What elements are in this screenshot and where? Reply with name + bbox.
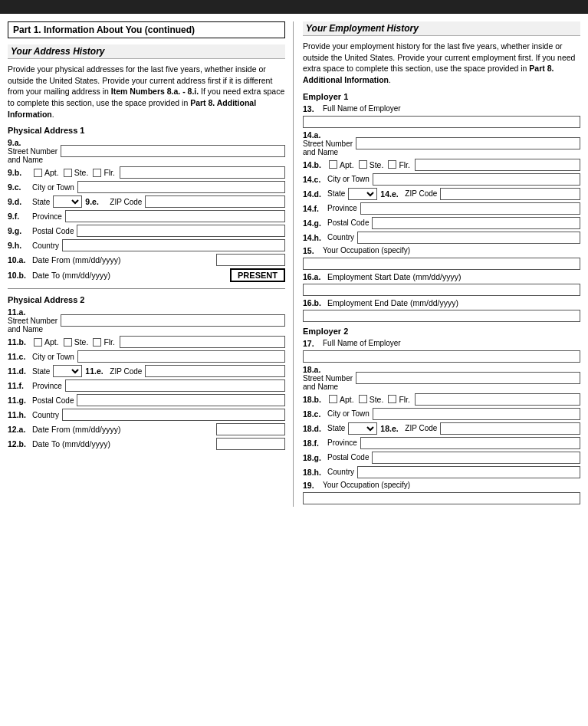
18b-flr-checkbox[interactable] — [388, 395, 396, 403]
field-11c-input[interactable] — [77, 350, 285, 363]
field-14b-apt-input[interactable] — [415, 159, 580, 171]
field-14h-input[interactable] — [357, 232, 580, 244]
field-14a-row: 14.a. Street Numberand Name — [303, 130, 580, 156]
14b-flr-checkbox[interactable] — [388, 160, 396, 169]
ste-checkbox-item: Ste. — [64, 168, 89, 177]
field-11g-input[interactable] — [77, 394, 285, 406]
field-9d-label: 9.d. — [8, 197, 29, 206]
field-11h-input[interactable] — [62, 409, 285, 421]
apt-checkbox[interactable] — [34, 169, 42, 177]
field-9a-input[interactable] — [61, 145, 285, 157]
field-18a-input[interactable] — [356, 372, 580, 384]
14b-ste-checkbox-item: Ste. — [359, 160, 384, 169]
field-9b-apt-input[interactable] — [120, 166, 285, 179]
field-9e-sublabel: ZIP Code — [110, 198, 142, 206]
field-18g-input[interactable] — [372, 452, 580, 464]
field-14f-input[interactable] — [360, 202, 580, 215]
field-12a-input[interactable] — [216, 423, 285, 435]
field-18a-label-stack: 18.a. Street Numberand Name — [303, 365, 353, 391]
field-11h-sublabel: Country — [32, 411, 59, 419]
field-14g-label: 14.g. — [303, 218, 324, 228]
apt-label: Apt. — [44, 168, 59, 177]
address-intro: Provide your physical addresses for the … — [8, 64, 285, 120]
field-16a-input[interactable] — [303, 284, 580, 296]
field-13-input[interactable] — [303, 116, 580, 128]
part-header-label: Part 1. Information About You — [13, 25, 142, 35]
11b-flr-checkbox-item: Flr. — [93, 337, 115, 347]
field-12b-input[interactable] — [216, 438, 285, 450]
field-9c-row: 9.c. City or Town — [8, 181, 285, 193]
field-19-sublabel: Your Occupation (specify) — [323, 481, 410, 489]
field-11f-sublabel: Province — [32, 382, 62, 390]
field-16b-input[interactable] — [303, 310, 580, 322]
field-9e-input[interactable] — [145, 195, 285, 208]
ste-label: Ste. — [74, 168, 89, 177]
flr-checkbox[interactable] — [93, 169, 101, 177]
field-18h-sublabel: Country — [327, 468, 354, 476]
field-17-input[interactable] — [303, 350, 580, 363]
field-18d-state-select[interactable] — [348, 422, 377, 435]
field-18h-input[interactable] — [357, 466, 580, 478]
14b-apt-checkbox[interactable] — [329, 160, 337, 169]
field-18a-row: 18.a. Street Numberand Name — [303, 365, 580, 391]
18b-apt-checkbox-item: Apt. — [329, 395, 354, 404]
field-9d-state-select[interactable] — [53, 195, 82, 208]
field-16b-row: 16.b. Employment End Date (mm/dd/yyyy) — [303, 298, 580, 307]
field-11b-label: 11.b. — [8, 337, 29, 347]
field-14c-input[interactable] — [373, 173, 580, 186]
18b-apt-checkbox[interactable] — [329, 395, 337, 403]
field-9f-input[interactable] — [65, 210, 285, 222]
field-12a-sublabel: Date From (mm/dd/yyyy) — [32, 425, 121, 434]
field-18d-sublabel: State — [327, 424, 345, 432]
field-11e-sublabel: ZIP Code — [110, 367, 142, 376]
field-9c-label: 9.c. — [8, 182, 29, 192]
field-14c-row: 14.c. City or Town — [303, 173, 580, 186]
18b-ste-checkbox[interactable] — [359, 395, 367, 403]
field-14e-input[interactable] — [440, 188, 580, 200]
field-19-row: 19. Your Occupation (specify) — [303, 481, 580, 490]
field-10a-input[interactable] — [216, 254, 285, 266]
field-19-input[interactable] — [303, 492, 580, 504]
11b-ste-checkbox[interactable] — [64, 338, 72, 347]
field-11b-apt-input[interactable] — [120, 336, 285, 348]
field-18c-input[interactable] — [373, 408, 580, 420]
field-11g-sublabel: Postal Code — [32, 396, 74, 405]
field-9c-input[interactable] — [77, 181, 285, 193]
11b-ste-checkbox-item: Ste. — [64, 337, 89, 347]
field-9g-input[interactable] — [77, 225, 285, 237]
present-box: PRESENT — [230, 268, 285, 282]
field-18b-apt-input[interactable] — [415, 393, 580, 406]
field-14f-label: 14.f. — [303, 204, 324, 213]
field-14h-sublabel: Country — [327, 233, 354, 241]
field-11a-input[interactable] — [61, 314, 285, 327]
field-9h-input[interactable] — [62, 239, 285, 251]
field-12b-row: 12.b. Date To (mm/dd/yyyy) — [8, 438, 285, 450]
field-11f-input[interactable] — [65, 379, 285, 392]
field-18e-input[interactable] — [440, 422, 580, 435]
field-18g-row: 18.g. Postal Code — [303, 452, 580, 464]
11b-flr-checkbox[interactable] — [93, 338, 101, 347]
field-13-row: 13. Full Name of Employer — [303, 104, 580, 113]
employment-history-title: Your Employment History — [303, 21, 580, 36]
field-14h-row: 14.h. Country — [303, 232, 580, 244]
field-11c-row: 11.c. City or Town — [8, 350, 285, 363]
field-14d-state-select[interactable] — [348, 188, 377, 200]
field-18f-input[interactable] — [360, 437, 580, 449]
11b-apt-label: Apt. — [44, 337, 59, 347]
field-11e-input[interactable] — [145, 365, 285, 377]
11b-apt-checkbox[interactable] — [34, 338, 42, 347]
field-15-input[interactable] — [303, 258, 580, 270]
field-14a-input[interactable] — [356, 137, 580, 149]
field-9f-label: 9.f. — [8, 212, 29, 221]
field-14a-sublabel: Street Numberand Name — [303, 140, 353, 156]
field-14c-label: 14.c. — [303, 175, 324, 184]
field-11d-state-select[interactable] — [53, 365, 82, 377]
ste-checkbox[interactable] — [64, 169, 72, 177]
field-9c-sublabel: City or Town — [32, 183, 74, 192]
14b-ste-checkbox[interactable] — [359, 160, 367, 169]
field-14g-input[interactable] — [372, 217, 580, 229]
field-18h-row: 18.h. Country — [303, 466, 580, 478]
field-11a-sublabel: Street Numberand Name — [8, 317, 57, 333]
14b-apt-checkbox-item: Apt. — [329, 160, 354, 169]
field-9g-label: 9.g. — [8, 226, 29, 235]
